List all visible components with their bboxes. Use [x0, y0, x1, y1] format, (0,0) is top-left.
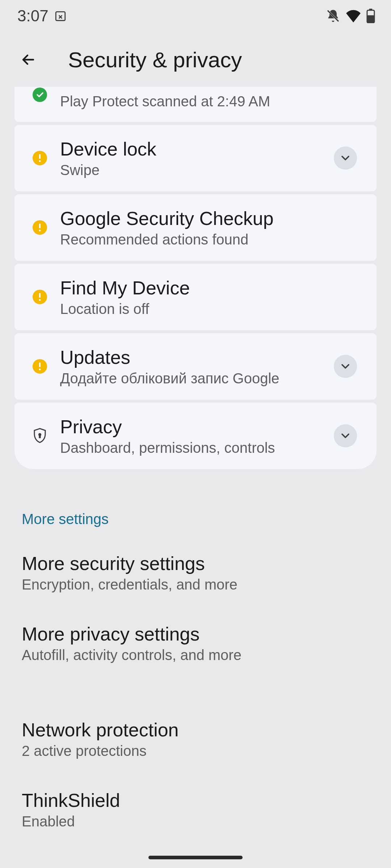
- arrow-left-icon: [20, 51, 37, 68]
- chevron-down-icon: [339, 360, 352, 373]
- svg-point-13: [39, 369, 41, 370]
- section-header-more-settings: More settings: [0, 469, 391, 537]
- card-text: Device lock Swipe: [60, 138, 321, 178]
- expand-button[interactable]: [334, 424, 357, 447]
- list-sub: Autofill, activity controls, and more: [22, 647, 369, 663]
- svg-rect-5: [367, 15, 374, 23]
- card-find-my-device[interactable]: Find My Device Location is off: [14, 264, 377, 330]
- dnd-bell-off-icon: [326, 9, 340, 23]
- list-divider: [0, 678, 391, 704]
- svg-rect-6: [39, 154, 41, 159]
- card-sub: Location is off: [60, 301, 362, 317]
- card-title: Google Security Checkup: [60, 208, 362, 229]
- card-title: Updates: [60, 346, 321, 368]
- status-time: 3:07: [17, 7, 49, 25]
- card-text: Updates Додайте обліковий запис Google: [60, 346, 321, 387]
- svg-rect-0: [56, 12, 65, 21]
- status-left: 3:07: [17, 7, 67, 25]
- list-sub: 2 active protections: [22, 743, 369, 759]
- card-device-lock[interactable]: Device lock Swipe: [14, 125, 377, 191]
- warning-icon: [33, 151, 47, 165]
- battery-icon: [366, 9, 375, 23]
- list-item-thinkshield[interactable]: ThinkShield Enabled: [0, 774, 391, 845]
- warning-icon: [33, 359, 47, 374]
- expand-button[interactable]: [334, 146, 357, 170]
- card-sub: Swipe: [60, 162, 321, 178]
- card-text: Google Security Checkup Recommended acti…: [60, 208, 362, 248]
- list-item-network-protection[interactable]: Network protection 2 active protections: [0, 704, 391, 774]
- card-title: Find My Device: [60, 277, 362, 299]
- svg-rect-10: [39, 293, 41, 298]
- svg-rect-8: [39, 224, 41, 228]
- card-sub: Додайте обліковий запис Google: [60, 370, 321, 387]
- card-sub: Recommended actions found: [60, 231, 362, 248]
- check-icon: [33, 88, 47, 102]
- card-sub: Play Protect scanned at 2:49 AM: [60, 93, 362, 110]
- card-privacy[interactable]: Privacy Dashboard, permissions, controls: [14, 403, 377, 469]
- list-sub: Enabled: [22, 813, 369, 830]
- chevron-down-icon: [339, 152, 352, 165]
- list-title: Network protection: [22, 719, 369, 741]
- expand-button[interactable]: [334, 355, 357, 378]
- back-button[interactable]: [17, 48, 40, 71]
- chevron-down-icon: [339, 429, 352, 442]
- card-text: Play Protect scanned at 2:49 AM: [60, 93, 362, 110]
- list-sub: Encryption, credentials, and more: [22, 576, 369, 593]
- svg-point-7: [39, 160, 41, 162]
- card-title: Privacy: [60, 416, 321, 438]
- list-title: More privacy settings: [22, 623, 369, 645]
- card-security-checkup[interactable]: Google Security Checkup Recommended acti…: [14, 194, 377, 261]
- warning-icon: [33, 220, 47, 235]
- navigation-handle[interactable]: [148, 856, 243, 859]
- svg-rect-15: [39, 435, 40, 438]
- list-item-more-security[interactable]: More security settings Encryption, crede…: [0, 537, 391, 608]
- calendar-x-icon: [54, 10, 67, 22]
- wifi-icon: [345, 9, 361, 22]
- cards-container: Play Protect scanned at 2:49 AM Device l…: [0, 88, 391, 469]
- shield-icon: [33, 429, 47, 443]
- page-title: Security & privacy: [68, 47, 242, 72]
- card-sub: Dashboard, permissions, controls: [60, 440, 321, 456]
- card-text: Privacy Dashboard, permissions, controls: [60, 416, 321, 456]
- svg-point-11: [39, 299, 41, 301]
- app-bar: Security & privacy: [0, 32, 391, 88]
- list-title: More security settings: [22, 553, 369, 574]
- svg-point-9: [39, 230, 41, 231]
- card-title: Device lock: [60, 138, 321, 160]
- list-item-more-privacy[interactable]: More privacy settings Autofill, activity…: [0, 608, 391, 678]
- card-app-security[interactable]: Play Protect scanned at 2:49 AM: [14, 87, 377, 122]
- status-right: [326, 9, 375, 23]
- svg-rect-12: [39, 362, 41, 367]
- warning-icon: [33, 290, 47, 304]
- card-text: Find My Device Location is off: [60, 277, 362, 317]
- list-title: ThinkShield: [22, 790, 369, 811]
- status-bar: 3:07: [0, 0, 391, 32]
- card-updates[interactable]: Updates Додайте обліковий запис Google: [14, 333, 377, 400]
